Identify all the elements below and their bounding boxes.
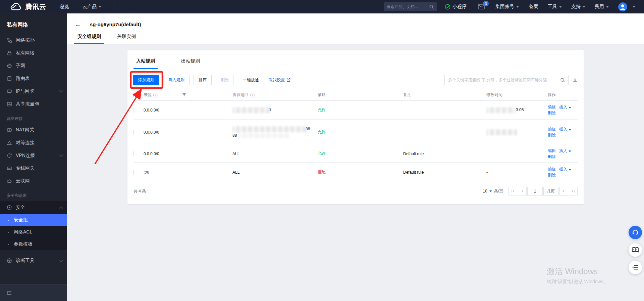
delete-button[interactable]: 删除 — [216, 75, 234, 85]
add-rule-button[interactable]: 添加规则 — [133, 75, 159, 85]
sidebar-item-network-topology[interactable]: 网络拓扑 — [0, 34, 67, 47]
row-checkbox[interactable] — [133, 151, 134, 157]
chevron-down-icon[interactable] — [569, 107, 571, 109]
avatar[interactable] — [618, 2, 627, 11]
logo-text: 腾讯云 — [25, 2, 46, 11]
edit-link[interactable]: 编辑 — [548, 167, 556, 172]
open-all-ports-button[interactable]: 一键放通 — [238, 75, 264, 85]
shield-plus-icon — [7, 205, 12, 210]
feedback-button[interactable] — [629, 261, 642, 274]
nav-products[interactable]: 云产品 — [83, 4, 101, 10]
sidebar-item-ccn[interactable]: 云联网 — [0, 175, 67, 187]
sidebar-item-route-table[interactable]: 路由表 — [0, 72, 67, 85]
insert-link[interactable]: 插入 — [559, 127, 567, 132]
chevron-down-icon[interactable] — [569, 169, 571, 171]
insert-link[interactable]: 插入 — [559, 148, 567, 153]
sidebar-item-ip-nic[interactable]: IP与网卡 — [0, 85, 67, 98]
nav-billing[interactable]: 费用 — [595, 4, 609, 10]
sidebar-item-nat[interactable]: NAT网关 — [0, 124, 67, 136]
global-search-input[interactable]: 搜索产品、文档... — [384, 2, 437, 11]
bullet-icon — [8, 244, 9, 245]
sidebar-item-vpn[interactable]: VPN连接 — [0, 149, 67, 162]
search-icon[interactable] — [557, 78, 568, 83]
delete-link[interactable]: 删除 — [548, 173, 556, 177]
nav-support[interactable]: 支持 — [571, 4, 585, 10]
edit-link[interactable]: 编辑 — [548, 127, 556, 132]
back-button[interactable]: ← — [74, 21, 83, 28]
nav-beian[interactable]: 备案 — [529, 4, 538, 10]
pagination: 共 4 条 10 条/页 1 /1页 — [133, 187, 578, 196]
sidebar-item-parameter-template[interactable]: 参数模板 — [0, 238, 67, 250]
vpc-lock-icon — [7, 50, 12, 56]
page-size-select[interactable]: 10 条/页 — [483, 188, 503, 194]
sidebar-item-vpc[interactable]: 私有网络 — [0, 47, 67, 59]
next-page-button[interactable] — [559, 187, 568, 196]
chevron-down-icon — [59, 153, 63, 157]
rule-search-input[interactable]: 多个关键字用竖线 "|" 分隔，多个过滤标签用回车键分隔 — [444, 75, 569, 85]
download-icon[interactable] — [573, 77, 578, 83]
edit-link[interactable]: 编辑 — [548, 105, 556, 110]
sidebar-item-security-group[interactable]: 安全组 — [0, 214, 67, 226]
sidebar-item-direct-connect[interactable]: 专线网关 — [0, 162, 67, 175]
tab-inbound-rules[interactable]: 入站规则 — [133, 58, 158, 69]
page-input[interactable]: 1 — [527, 187, 543, 196]
select-all-checkbox[interactable] — [133, 92, 134, 98]
table-row: 0.0.0.0/0 88 88 允许 编辑插入删除 — [133, 120, 578, 145]
page-header: ← sg-og6ynp7u(default) 安全组规则 关联实例 — [67, 13, 644, 44]
info-icon[interactable]: i — [250, 93, 255, 97]
sidebar-item-peering[interactable]: 对等连接 — [0, 136, 67, 149]
nav-messages[interactable]: 3 — [478, 4, 485, 9]
rule-modified — [486, 129, 548, 135]
documentation-button[interactable] — [629, 243, 642, 257]
chevron-down-icon[interactable] — [569, 129, 571, 131]
sidebar-title: 私有网络 — [7, 22, 67, 29]
sidebar-item-security[interactable]: 安全 — [0, 201, 67, 214]
rule-protocol: 88 88 — [232, 126, 318, 138]
teach-me-link[interactable]: 教我设置 — [269, 77, 290, 83]
sidebar-item-subnet[interactable]: 子网 — [0, 59, 67, 72]
tencent-cloud-logo[interactable]: 腾讯云 — [9, 2, 46, 11]
sidebar-item-network-acl[interactable]: 网络ACL — [0, 226, 67, 238]
nav-tools[interactable]: 工具 — [548, 4, 562, 10]
sidebar: 私有网络 网络拓扑 私有网络 子网 路由表 IP与网卡 共享流量包 网络连接 N… — [0, 13, 67, 301]
rule-policy: 允许 — [318, 151, 403, 157]
sort-button[interactable]: 排序 — [194, 75, 212, 85]
tab-outbound-rules[interactable]: 出站规则 — [178, 58, 203, 69]
delete-link[interactable]: 删除 — [548, 154, 556, 159]
avatar-menu[interactable] — [631, 6, 635, 8]
nav-miniprogram[interactable]: 小程序 — [445, 4, 467, 10]
row-checkbox[interactable] — [133, 130, 134, 135]
table-header-row: 来源 i 协议端口i 策略 备注 修改时间 操作 — [133, 89, 578, 101]
delete-link[interactable]: 删除 — [548, 111, 556, 115]
last-page-button[interactable] — [569, 187, 578, 196]
insert-link[interactable]: 插入 — [559, 105, 567, 110]
collapse-sidebar-icon — [6, 290, 12, 296]
nav-overview[interactable]: 总览 — [60, 4, 69, 10]
sidebar-item-diagnostic-tools[interactable]: 诊断工具 — [0, 254, 67, 267]
censored-blur — [232, 126, 306, 132]
first-page-button[interactable] — [508, 187, 517, 196]
sidebar-collapse-button[interactable] — [0, 284, 67, 301]
chevron-down-icon[interactable] — [569, 150, 571, 152]
chevron-down-icon — [559, 6, 562, 8]
tab-security-group-rules[interactable]: 安全组规则 — [74, 34, 104, 44]
traffic-package-icon — [7, 101, 12, 107]
delete-link[interactable]: 删除 — [548, 133, 556, 137]
sidebar-item-shared-traffic[interactable]: 共享流量包 — [0, 98, 67, 111]
prev-page-button[interactable] — [518, 187, 527, 196]
col-action: 操作 — [548, 92, 578, 98]
import-rules-button[interactable]: 导入规则 — [163, 75, 190, 85]
info-icon[interactable]: i — [153, 93, 158, 97]
col-notes: 备注 — [403, 92, 486, 98]
insert-link[interactable]: 插入 — [559, 167, 567, 172]
row-checkbox[interactable] — [133, 108, 134, 113]
rule-notes: Default rule — [403, 152, 486, 156]
filter-icon[interactable] — [182, 93, 186, 97]
search-icon — [429, 4, 434, 9]
nav-group-account[interactable]: 集团账号 — [495, 4, 519, 10]
rule-modified: - — [486, 152, 548, 156]
customer-service-button[interactable] — [629, 226, 642, 239]
tab-associated-instances[interactable]: 关联实例 — [114, 34, 139, 44]
row-checkbox[interactable] — [133, 170, 134, 175]
edit-link[interactable]: 编辑 — [548, 148, 556, 153]
